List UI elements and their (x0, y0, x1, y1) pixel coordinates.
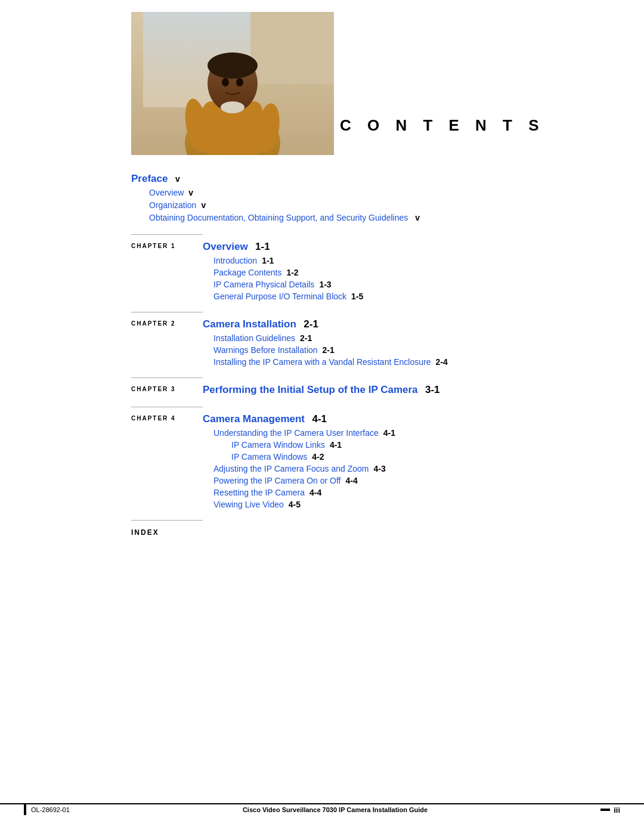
svg-rect-2 (250, 12, 334, 83)
chapter-2-section: Chapter 2 Camera Installation 2-1 Instal… (131, 318, 596, 367)
chapter-4-items: Understanding the IP Camera User Interfa… (203, 428, 596, 509)
preface-item-overview-page: v (188, 188, 193, 197)
ch4-item-focus[interactable]: Adjusting the IP Camera Focus and Zoom 4… (203, 464, 596, 473)
ch1-item-introduction[interactable]: Introduction 1-1 (203, 256, 596, 265)
chapter-1-items: Introduction 1-1 Package Contents 1-2 IP… (203, 256, 596, 301)
preface-item-docs-text: Obtaining Documentation, Obtaining Suppo… (149, 213, 408, 222)
chapter-1-content: Overview 1-1 Introduction 1-1 Package Co… (203, 241, 596, 301)
preface-item-organization[interactable]: Organization v (131, 200, 596, 210)
ch4-item-viewing[interactable]: Viewing Live Video 4-5 (203, 500, 596, 509)
divider-ch3 (131, 377, 203, 378)
footer-page-box (600, 809, 610, 811)
chapter-3-section: Chapter 3 Performing the Initial Setup o… (131, 384, 596, 396)
index-label: Index (131, 528, 159, 537)
chapter-1-title[interactable]: Overview (203, 241, 248, 252)
ch1-item-package[interactable]: Package Contents 1-2 (203, 268, 596, 277)
chapter-3-content: Performing the Initial Setup of the IP C… (203, 384, 596, 396)
index-section: Index (131, 527, 596, 537)
main-content: Preface v Overview v Organization v Obta… (131, 173, 596, 537)
chapter-2-items: Installation Guidelines 2-1 Warnings Bef… (203, 333, 596, 367)
photo-background (131, 12, 334, 155)
chapter-4-page: 4-1 (312, 413, 327, 425)
ch1-item-physical[interactable]: IP Camera Physical Details 1-3 (203, 280, 596, 289)
page: C O N T E N T S Preface v Overview v Org… (0, 0, 644, 833)
chapter-1-page: 1-1 (255, 241, 270, 252)
ch4-item-resetting[interactable]: Resetting the IP Camera 4-4 (203, 488, 596, 497)
svg-point-10 (222, 78, 229, 86)
preface-item-docs-page: v (415, 213, 420, 222)
preface-title[interactable]: Preface (131, 173, 168, 184)
preface-section: Preface v Overview v Organization v Obta… (131, 173, 596, 222)
divider-index (131, 520, 203, 521)
chapter-1-label: Chapter 1 (131, 241, 203, 249)
header-image (131, 12, 334, 155)
ch1-item-gpio[interactable]: General Purpose I/O Terminal Block 1-5 (203, 292, 596, 301)
chapter-4-content: Camera Management 4-1 Understanding the … (203, 413, 596, 509)
person-illustration (131, 12, 334, 155)
chapter-3-label: Chapter 3 (131, 384, 203, 392)
footer-left: OL-28692-01 (24, 804, 70, 815)
divider-ch2 (131, 312, 203, 312)
chapter-3-page: 3-1 (425, 384, 440, 395)
preface-page: v (175, 174, 180, 184)
chapter-4-label: Chapter 4 (131, 413, 203, 422)
divider-ch4 (131, 407, 203, 407)
chapter-1-section: Chapter 1 Overview 1-1 Introduction 1-1 … (131, 241, 596, 301)
ch4-item-powering[interactable]: Powering the IP Camera On or Off 4-4 (203, 476, 596, 485)
chapter-2-content: Camera Installation 2-1 Installation Gui… (203, 318, 596, 367)
footer-right: iii (600, 806, 620, 815)
ch4-item-window-links[interactable]: IP Camera Window Links 4-1 (203, 440, 596, 450)
ch2-item-warnings[interactable]: Warnings Before Installation 2-1 (203, 345, 596, 355)
svg-point-6 (208, 52, 258, 79)
preface-item-overview-text: Overview (149, 188, 184, 197)
preface-item-docs[interactable]: Obtaining Documentation, Obtaining Suppo… (131, 213, 596, 222)
svg-point-11 (236, 78, 243, 86)
footer-page-num: iii (614, 806, 620, 815)
ch4-item-ui[interactable]: Understanding the IP Camera User Interfa… (203, 428, 596, 438)
ch2-item-installing[interactable]: Installing the IP Camera with a Vandal R… (203, 357, 596, 367)
chapter-3-title[interactable]: Performing the Initial Setup of the IP C… (203, 384, 418, 395)
divider-ch1 (131, 234, 203, 235)
footer-title: Cisco Video Surveillance 7030 IP Camera … (243, 806, 428, 813)
ch4-item-windows[interactable]: IP Camera Windows 4-2 (203, 452, 596, 462)
footer: OL-28692-01 Cisco Video Surveillance 703… (0, 803, 644, 815)
preface-item-organization-text: Organization (149, 200, 196, 210)
preface-item-overview[interactable]: Overview v (131, 188, 596, 197)
preface-item-organization-page: v (201, 200, 206, 210)
footer-doc-num: OL-28692-01 (31, 806, 70, 813)
svg-point-7 (221, 101, 244, 113)
chapter-2-title[interactable]: Camera Installation (203, 318, 296, 330)
chapter-4-title[interactable]: Camera Management (203, 413, 305, 425)
chapter-2-page: 2-1 (304, 318, 318, 330)
contents-title: C O N T E N T S (340, 116, 545, 135)
ch2-item-guidelines[interactable]: Installation Guidelines 2-1 (203, 333, 596, 343)
footer-bar-decoration (24, 804, 26, 815)
chapter-2-label: Chapter 2 (131, 318, 203, 327)
chapter-4-section: Chapter 4 Camera Management 4-1 Understa… (131, 413, 596, 509)
